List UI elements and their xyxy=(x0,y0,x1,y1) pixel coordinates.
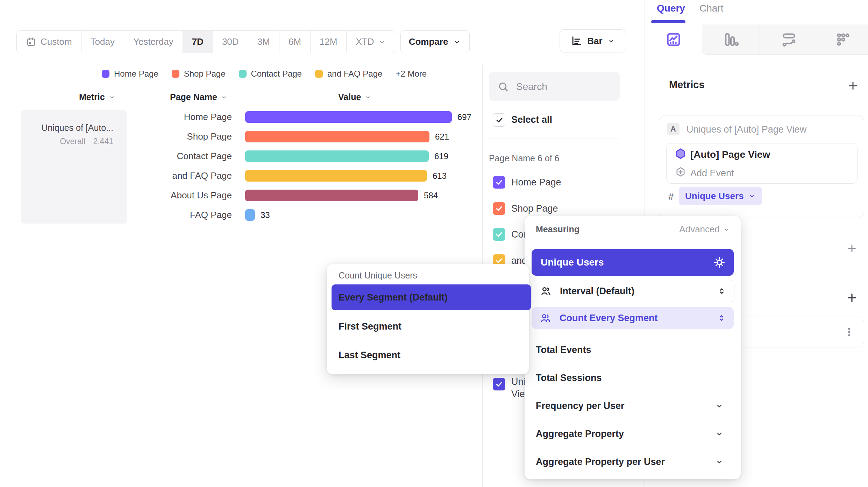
compare-button[interactable]: Compare xyxy=(400,30,470,53)
chevron-down-icon xyxy=(715,457,724,466)
item-label: Shop Page xyxy=(511,203,558,214)
event-name[interactable]: [Auto] Page View xyxy=(690,149,770,160)
metric-slot-card: A Uniques of [Auto] Page View [Auto] Pag… xyxy=(659,115,864,218)
interval-selector[interactable]: Interval (Default) xyxy=(532,280,734,302)
measuring-option-3[interactable]: Aggregate Property xyxy=(536,423,730,444)
measuring-title: Measuring xyxy=(536,224,579,234)
check-icon xyxy=(495,230,504,239)
measuring-option-2[interactable]: Frequency per User xyxy=(536,395,730,416)
chart-row-1: Shop Page621 xyxy=(0,131,482,142)
date-range-12m[interactable]: 12M xyxy=(311,31,347,53)
legend-item-2[interactable]: Contact Page xyxy=(239,69,302,79)
bar-2[interactable] xyxy=(245,150,429,162)
count-unique-users-popup: Count Unique Users Every Segment (Defaul… xyxy=(327,264,529,374)
report-tab-funnels[interactable] xyxy=(702,24,760,55)
bar-1[interactable] xyxy=(245,131,429,142)
metric-slot-title[interactable]: Uniques of [Auto] Page View xyxy=(686,124,806,135)
count-mode-selector[interactable]: Count Every Segment xyxy=(532,307,734,329)
add-breakdown-plus-icon[interactable] xyxy=(846,291,858,304)
search-icon xyxy=(497,81,509,93)
date-range-3m[interactable]: 3M xyxy=(248,31,279,53)
column-header-page-name[interactable]: Page Name xyxy=(170,92,228,102)
measuring-option-1[interactable]: Total Sessions xyxy=(536,367,730,388)
legend-item-1[interactable]: Shop Page xyxy=(172,69,226,79)
item-label: Home Page xyxy=(511,177,561,188)
report-type-tabs xyxy=(645,24,868,55)
add-metric-plus-icon[interactable] xyxy=(847,80,859,92)
measuring-option-4[interactable]: Aggregate Property per User xyxy=(536,451,730,472)
bar-value-label: 697 xyxy=(457,111,471,123)
chevron-down-icon xyxy=(364,94,371,101)
metric-summary-card: Uniques of [Auto... Overall 2,441 xyxy=(21,110,127,224)
column-header-metric[interactable]: Metric xyxy=(79,92,115,102)
kebab-menu-icon[interactable] xyxy=(843,326,855,338)
item-checkbox[interactable] xyxy=(493,202,505,215)
date-range-custom[interactable]: Custom xyxy=(17,31,81,53)
add-event-icon xyxy=(675,167,686,178)
chevron-down-icon xyxy=(715,401,724,410)
gear-icon[interactable] xyxy=(713,256,725,268)
bar-value-label: 33 xyxy=(261,209,270,221)
bar-category-label: FAQ Page xyxy=(190,209,232,221)
analytics-app: CustomTodayYesterday7D30D3M6M12MXTD Comp… xyxy=(0,0,868,487)
chart-type-button[interactable]: Bar xyxy=(560,29,626,52)
bar-3[interactable] xyxy=(245,170,427,182)
calendar-icon xyxy=(26,37,36,47)
count-option-0[interactable]: Every Segment (Default) xyxy=(332,284,531,310)
date-range-xtd[interactable]: XTD xyxy=(347,31,395,53)
legend-label: Home Page xyxy=(114,69,158,79)
bar-category-label: Shop Page xyxy=(187,131,232,142)
legend-item-0[interactable]: Home Page xyxy=(102,69,158,79)
date-range-7d[interactable]: 7D xyxy=(183,31,213,53)
bar-4[interactable] xyxy=(245,190,418,201)
number-hash-label: # xyxy=(668,192,674,203)
bar-category-label: Contact Page xyxy=(177,150,232,162)
measuring-option-unique-users[interactable]: Unique Users xyxy=(532,249,734,276)
funnels-icon xyxy=(723,32,739,47)
extra-item-checkbox[interactable] xyxy=(493,378,505,390)
advanced-toggle[interactable]: Advanced xyxy=(679,224,730,235)
add-event-label[interactable]: Add Event xyxy=(690,168,734,179)
tab-query[interactable]: Query xyxy=(657,3,685,14)
bar-category-label: About Us Page xyxy=(171,190,232,201)
legend-item-3[interactable]: and FAQ Page xyxy=(315,69,382,79)
item-checkbox[interactable] xyxy=(493,228,505,241)
date-range-yesterday[interactable]: Yesterday xyxy=(124,31,183,53)
legend-more[interactable]: +2 More xyxy=(396,69,427,79)
report-tab-retention[interactable] xyxy=(818,24,868,55)
date-range-today[interactable]: Today xyxy=(81,31,124,53)
legend-swatch xyxy=(239,70,247,78)
item-checkbox[interactable] xyxy=(493,176,505,189)
date-range-30d[interactable]: 30D xyxy=(213,31,248,53)
bar-category-label: Home Page xyxy=(184,111,232,123)
measuring-option-0[interactable]: Total Events xyxy=(536,339,730,360)
column-header-value[interactable]: Value xyxy=(338,92,371,102)
insights-icon xyxy=(666,32,681,47)
report-tab-insights[interactable] xyxy=(645,24,702,54)
search-input[interactable] xyxy=(515,72,615,102)
count-popup-title: Count Unique Users xyxy=(339,270,417,281)
select-all-checkbox[interactable] xyxy=(493,113,506,127)
date-range-6m[interactable]: 6M xyxy=(279,31,311,53)
bar-0[interactable] xyxy=(245,111,452,123)
search-box[interactable] xyxy=(489,72,620,101)
count-option-1[interactable]: First Segment xyxy=(332,316,531,337)
chart-row-0: Home Page697 xyxy=(0,111,482,123)
metrics-header: Metrics xyxy=(669,79,705,91)
sidebar-section-label: Page Name 6 of 6 xyxy=(489,153,560,163)
count-option-2[interactable]: Last Segment xyxy=(332,345,531,366)
add-filter-plus-icon[interactable] xyxy=(846,243,858,254)
bar-category-label: and FAQ Page xyxy=(172,170,232,182)
check-icon xyxy=(495,380,504,389)
date-range-label: Custom xyxy=(41,36,72,47)
report-tab-flows[interactable] xyxy=(760,24,818,55)
bar-5[interactable] xyxy=(245,209,255,221)
check-icon xyxy=(495,178,504,187)
unfold-stepper-icon xyxy=(717,313,726,323)
bar-value-label: 619 xyxy=(434,150,448,162)
date-range-label: 12M xyxy=(320,36,337,47)
measurement-dropdown[interactable]: Unique Users xyxy=(679,187,762,205)
chart-row-2: Contact Page619 xyxy=(0,150,482,162)
tab-chart[interactable]: Chart xyxy=(699,3,723,14)
unfold-stepper-icon xyxy=(717,287,726,296)
